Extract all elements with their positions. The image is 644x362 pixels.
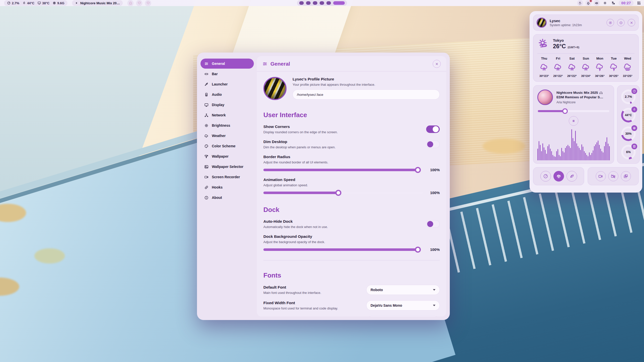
close-settings-button[interactable] [433, 60, 441, 68]
show-corners-toggle[interactable] [426, 125, 440, 133]
sidebar-item-icon [204, 154, 209, 159]
power-profile-button[interactable] [567, 171, 577, 182]
workspace-dot[interactable] [306, 1, 311, 5]
default-font-select[interactable]: Roboto [366, 285, 440, 295]
close-panel-button[interactable] [628, 19, 635, 26]
volume-slider[interactable] [538, 110, 609, 112]
sidebar-item[interactable]: Launcher [200, 79, 254, 89]
sidebar-item[interactable]: About [200, 193, 254, 203]
notifications-button[interactable]: 8 [585, 0, 591, 6]
workspace-dot[interactable] [320, 1, 324, 5]
billboard-font-select[interactable] [366, 316, 440, 316]
sidebar-item[interactable]: Wallpaper [200, 151, 254, 161]
slider-knob[interactable] [415, 167, 421, 173]
pause-button[interactable] [569, 116, 578, 126]
power-profile-button[interactable] [553, 171, 564, 182]
quick-button-icon [138, 1, 141, 5]
sidebar-item[interactable]: Color Scheme [200, 141, 254, 151]
power-button[interactable] [617, 19, 625, 26]
forecast-temps: 30°/25° [609, 74, 619, 77]
power-profile-button[interactable] [540, 171, 551, 182]
forecast-day: Tue 30°/25° [607, 57, 621, 77]
animation-speed-slider[interactable] [263, 192, 423, 194]
fixed-font-select[interactable]: DejaVu Sans Mono [366, 300, 440, 310]
clock[interactable]: 00:27 [619, 0, 634, 6]
page-title: General [270, 61, 430, 67]
auto-hide-dock-toggle[interactable] [426, 220, 440, 228]
stat-icon [37, 1, 41, 5]
slider-knob[interactable] [335, 190, 341, 196]
bar-quick-button[interactable] [145, 0, 151, 6]
visualizer-bar [560, 156, 561, 160]
workspace-dot[interactable] [299, 1, 304, 5]
overview-button[interactable] [636, 0, 642, 6]
sidebar-item[interactable]: Audio [200, 89, 254, 100]
dim-desktop-label: Dim Desktop [263, 140, 336, 144]
profile-path-input[interactable] [293, 89, 440, 100]
dim-desktop-toggle[interactable] [426, 141, 440, 148]
workspace-dots [299, 1, 331, 5]
avatar[interactable] [537, 18, 547, 28]
sidebar-item[interactable]: Hooks [200, 182, 254, 192]
forecast-day-label: Sat [569, 57, 575, 60]
bar-quick-button[interactable] [127, 0, 134, 6]
fixed-font-desc: Monospace font used for terminal and cod… [263, 306, 338, 310]
bar-quick-button[interactable] [136, 0, 142, 6]
border-radius-value: 100% [427, 168, 440, 172]
forecast-day: Thu 30°/23° [537, 57, 551, 77]
utility-button[interactable] [596, 171, 606, 181]
sidebar-item[interactable]: Network [200, 110, 254, 120]
visualizer-bar [601, 151, 602, 160]
weather-city: Tokyo [553, 38, 579, 42]
bar-quick-buttons [127, 0, 151, 6]
utility-button[interactable] [608, 171, 618, 181]
pause-icon [75, 2, 78, 5]
visualizer-bar [568, 145, 568, 160]
night-light-button[interactable] [610, 0, 616, 6]
sidebar-item[interactable]: Wallpaper Selector [200, 162, 254, 172]
gear-icon [609, 21, 612, 25]
weather-temp: 26°C [553, 43, 566, 50]
profile-avatar[interactable] [263, 77, 287, 100]
bar-left-cluster: 2.7% 44°C 38°C 9.6G Nightcor [4, 0, 151, 6]
workspace-dot[interactable] [327, 1, 331, 5]
sidebar-item[interactable]: Brightness [200, 120, 254, 130]
border-radius-slider[interactable] [263, 169, 423, 171]
sidebar-item[interactable]: General [200, 59, 254, 69]
forecast-weather-icon [623, 63, 632, 72]
tray-app-icon[interactable] [577, 0, 583, 6]
slider-knob[interactable] [415, 247, 421, 253]
sidebar-item[interactable]: Screen Recorder [200, 172, 254, 182]
gauge-badge [631, 144, 637, 149]
visualizer-bar [541, 151, 542, 160]
workspace-active[interactable] [333, 1, 345, 5]
forecast-weather-icon [568, 63, 576, 72]
utility-button[interactable] [621, 171, 631, 181]
visualizer-bar [575, 131, 576, 160]
sidebar-item[interactable]: Weather [200, 131, 254, 141]
sidebar-item[interactable]: Display [200, 100, 254, 110]
system-stats-pill[interactable]: 2.7% 44°C 38°C 9.6G [4, 0, 67, 6]
settings-scroll-area[interactable]: Lysec's Profile Picture Your profile pic… [257, 71, 446, 316]
bar-music-title: Nightcore Music Mix 20… [80, 1, 120, 5]
workspace-pill[interactable] [297, 0, 347, 6]
settings-button[interactable] [607, 19, 614, 26]
auto-hide-dock-label: Auto-Hide Dock [263, 219, 328, 224]
quick-button-icon [129, 1, 132, 5]
dock-opacity-label: Dock Background Opacity [263, 234, 440, 239]
chevron-down-icon [433, 289, 435, 291]
fixed-font-label: Fixed Width Font [263, 301, 338, 305]
brightness-button[interactable] [602, 0, 608, 6]
sidebar-item[interactable]: Bar [200, 69, 254, 79]
workspace-dot[interactable] [313, 1, 317, 5]
bar-music-widget[interactable]: Nightcore Music Mix 20… [72, 0, 123, 6]
sidebar-item-label: Weather [212, 134, 226, 138]
settings-window: General Bar Launcher Audio Display [197, 53, 450, 320]
album-art[interactable] [537, 89, 553, 105]
volume-knob[interactable] [562, 108, 568, 114]
forecast-temps: 26°/22° [567, 74, 577, 77]
dock-opacity-slider[interactable] [263, 248, 423, 251]
visualizer-bar [588, 156, 588, 160]
volume-button[interactable] [594, 0, 600, 6]
track-title-line2: EDM Remixes of Popular S… [556, 95, 603, 100]
